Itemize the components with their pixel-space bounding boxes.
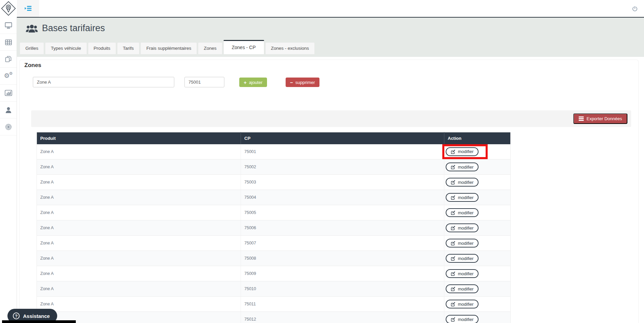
page-title-text: Bases tarifaires xyxy=(42,23,105,34)
cell-produit: Zone A xyxy=(37,205,241,220)
sidebar-item-tables[interactable] xyxy=(0,34,17,51)
power-icon xyxy=(631,5,638,12)
modifier-button-label: modifier xyxy=(458,180,473,185)
cell-produit: Zone A xyxy=(37,251,241,266)
modifier-button-label: modifier xyxy=(458,302,473,307)
minus-icon: − xyxy=(290,80,293,85)
action-wrap: modifier xyxy=(446,223,479,232)
cell-cp: 75008 xyxy=(241,251,444,266)
tab-label: Zones - CP xyxy=(232,45,256,50)
tab-frais-suppl-mentaires[interactable]: Frais supplémentaires xyxy=(140,42,197,54)
cell-action: modifier xyxy=(444,297,511,312)
modifier-button-label: modifier xyxy=(458,317,473,322)
bar-chart-icon xyxy=(5,90,12,96)
add-button[interactable]: + ajouter xyxy=(239,78,267,87)
app-logo[interactable] xyxy=(0,0,17,17)
cell-cp: 75003 xyxy=(241,175,444,190)
action-wrap: modifier xyxy=(446,208,479,217)
export-data-button[interactable]: Exporter Données xyxy=(573,113,627,124)
tab-label: Tarifs xyxy=(123,46,134,51)
pencil-square-icon xyxy=(451,225,456,230)
pencil-square-icon xyxy=(451,256,456,261)
action-wrap: modifier xyxy=(446,300,479,308)
modifier-button[interactable]: modifier xyxy=(446,147,479,156)
cell-cp: 75012 xyxy=(241,312,444,323)
monitor-icon xyxy=(5,22,12,29)
sidebar: ⚙⚙ xyxy=(0,0,17,323)
modifier-button[interactable]: modifier xyxy=(446,193,479,202)
cell-action: modifier xyxy=(444,190,511,205)
modifier-button-label: modifier xyxy=(458,271,473,276)
cell-action: modifier xyxy=(444,205,511,220)
modifier-button[interactable]: modifier xyxy=(446,239,479,247)
modifier-button[interactable]: modifier xyxy=(446,269,479,278)
sidebar-toggle-button[interactable] xyxy=(17,0,39,17)
tab-zones-exclusions[interactable]: Zones - exclusions xyxy=(265,42,315,54)
sidebar-item-tracking[interactable] xyxy=(0,119,17,135)
pencil-square-icon xyxy=(451,180,456,185)
cell-action: modifier xyxy=(444,220,511,236)
cell-cp: 75004 xyxy=(241,190,444,205)
pencil-square-icon xyxy=(451,210,456,215)
modifier-button[interactable]: modifier xyxy=(446,178,479,187)
tab-produits[interactable]: Produits xyxy=(88,42,116,54)
zone-name-input[interactable] xyxy=(33,77,174,87)
table-row: Zone A 75010 modifier xyxy=(37,281,511,297)
tab-label: Produits xyxy=(94,46,111,51)
diamond-location-pin-logo-icon xyxy=(1,1,16,16)
cell-cp: 75001 xyxy=(241,144,444,159)
cell-produit: Zone A xyxy=(37,190,241,205)
cell-action: modifier xyxy=(444,312,511,323)
cell-action: modifier xyxy=(444,266,511,281)
cell-cp: 75006 xyxy=(241,220,444,236)
cell-action: modifier xyxy=(444,281,511,297)
modifier-button-label: modifier xyxy=(458,256,473,261)
tab-tarifs[interactable]: Tarifs xyxy=(117,42,139,54)
bottom-black-bar xyxy=(2,320,76,323)
modifier-button[interactable]: modifier xyxy=(446,223,479,232)
tab-label: Frais supplémentaires xyxy=(146,46,191,51)
action-wrap: modifier xyxy=(446,178,479,187)
sidebar-item-users[interactable] xyxy=(0,102,17,119)
cell-action: modifier xyxy=(444,144,511,159)
table-toolbar: Exporter Données xyxy=(31,110,631,127)
action-wrap: modifier xyxy=(446,315,479,323)
tab-label: Grilles xyxy=(25,46,38,51)
cell-action: modifier xyxy=(444,175,511,190)
pencil-square-icon xyxy=(451,149,456,154)
modifier-button-label: modifier xyxy=(458,149,473,154)
modifier-button[interactable]: modifier xyxy=(446,284,479,293)
cell-produit: Zone A xyxy=(37,159,241,175)
table-row: Zone A 75001 modifier xyxy=(37,144,511,159)
sidebar-item-reports[interactable] xyxy=(0,85,17,102)
modifier-button-label: modifier xyxy=(458,225,473,231)
action-wrap: modifier xyxy=(446,163,479,171)
cell-cp: 75009 xyxy=(241,266,444,281)
table-row: Zone A 75009 modifier xyxy=(37,266,511,281)
sidebar-item-documents[interactable] xyxy=(0,51,17,68)
modifier-button[interactable]: modifier xyxy=(446,163,479,171)
tab-types-v-hicule[interactable]: Types véhicule xyxy=(45,42,87,54)
tab-zones-cp[interactable]: Zones - CP xyxy=(223,40,264,54)
sidebar-item-dashboard[interactable] xyxy=(0,17,17,34)
modifier-button[interactable]: modifier xyxy=(446,300,479,308)
modifier-button[interactable]: modifier xyxy=(446,315,479,323)
cell-cp: 75002 xyxy=(241,159,444,175)
data-table-icon xyxy=(5,39,12,45)
sidebar-item-settings[interactable]: ⚙⚙ xyxy=(0,68,17,85)
delete-button[interactable]: − supprimer xyxy=(286,78,319,87)
add-button-label: ajouter xyxy=(249,80,263,85)
action-wrap: modifier xyxy=(446,239,479,247)
logout-button[interactable] xyxy=(630,4,639,13)
tab-grilles[interactable]: Grilles xyxy=(20,42,44,54)
user-icon xyxy=(5,107,12,113)
table-header-row: Produit CP Action xyxy=(37,132,511,144)
modifier-button[interactable]: modifier xyxy=(446,208,479,217)
postal-code-input[interactable] xyxy=(184,77,224,87)
tab-label: Types véhicule xyxy=(51,46,81,51)
topbar xyxy=(17,0,644,18)
table-row: Zone A 75007 modifier xyxy=(37,236,511,251)
tab-zones[interactable]: Zones xyxy=(198,42,222,54)
modifier-button[interactable]: modifier xyxy=(446,254,479,263)
users-icon xyxy=(26,24,38,33)
